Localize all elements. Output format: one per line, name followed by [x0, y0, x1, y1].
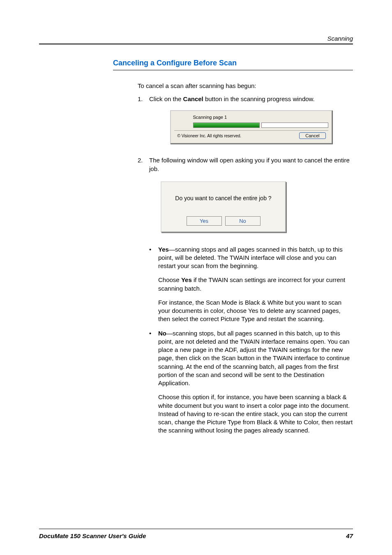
no-para-2: Choose this option if, for instance, you…	[138, 393, 353, 435]
step-2-text: The following window will open asking yo…	[149, 156, 353, 173]
bullet-no: • No—scanning stops, but all pages scann…	[138, 329, 353, 388]
no-button[interactable]: No	[225, 216, 261, 226]
yes-p2a: Choose	[158, 276, 181, 283]
bullet-marker: •	[149, 245, 158, 271]
copyright-text: © Visioneer Inc. All rights reserved.	[178, 133, 242, 139]
cancel-button[interactable]: Cancel	[299, 132, 325, 139]
progress-bar-total	[261, 123, 328, 128]
yes-para-2: Choose Yes if the TWAIN scan settings ar…	[138, 276, 353, 293]
footer-title: DocuMate 150 Scanner User's Guide	[39, 532, 146, 539]
running-header: Scanning	[39, 35, 353, 44]
yes-p2-bold: Yes	[181, 276, 192, 283]
section-heading: Canceling a Configure Before Scan	[113, 59, 353, 70]
bullet-yes-bold: Yes	[158, 246, 169, 253]
step-1-text: Click on the Cancel button in the scanni…	[149, 95, 353, 103]
progress-label: Scanning page 1	[174, 113, 328, 123]
intro-text: To cancel a scan after scanning has begu…	[138, 82, 353, 90]
step-1-post: button in the scanning progress window.	[203, 95, 315, 102]
progress-bar-current	[193, 123, 260, 128]
yes-button[interactable]: Yes	[187, 216, 222, 226]
page-number: 47	[346, 532, 353, 539]
bullet-no-rest: —scanning stops, but all pages scanned i…	[158, 330, 350, 387]
step-1-pre: Click on the	[149, 95, 183, 102]
confirm-message: Do you want to cancel the entire job ?	[168, 194, 279, 202]
cancel-job-dialog: Do you want to cancel the entire job ? Y…	[161, 181, 286, 232]
scanning-progress-dialog: Scanning page 1 © Visioneer Inc. All rig…	[170, 110, 332, 144]
yes-para-3: For instance, the Scan Mode is Black & W…	[138, 298, 353, 324]
step-1-bold: Cancel	[183, 95, 203, 102]
page-footer: DocuMate 150 Scanner User's Guide 47	[39, 529, 353, 539]
bullet-no-text: No—scanning stops, but all pages scanned…	[158, 329, 353, 388]
bullet-yes-text: Yes—scanning stops and all pages scanned…	[158, 245, 353, 271]
step-number: 1.	[138, 95, 149, 103]
step-2: 2. The following window will open asking…	[138, 156, 353, 173]
header-section: Scanning	[327, 35, 353, 42]
bullet-yes-rest: —scanning stops and all pages scanned in…	[158, 246, 343, 270]
bullet-yes: • Yes—scanning stops and all pages scann…	[138, 245, 353, 271]
step-number: 2.	[138, 156, 149, 173]
bullet-marker: •	[149, 329, 158, 388]
bullet-no-bold: No	[158, 330, 166, 337]
step-1: 1. Click on the Cancel button in the sca…	[138, 95, 353, 103]
divider	[174, 130, 328, 131]
